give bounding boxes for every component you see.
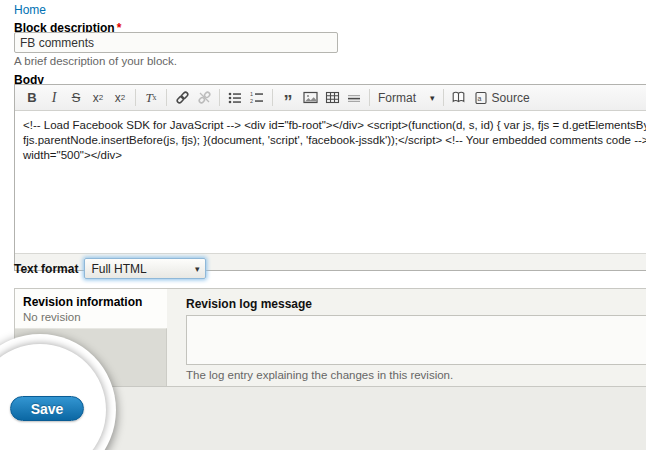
block-description-input[interactable] bbox=[14, 32, 338, 53]
toolbar-separator bbox=[369, 89, 370, 106]
body-code-line: <!-- Load Facebook SDK for JavaScript --… bbox=[23, 118, 646, 133]
chevron-down-icon: ▾ bbox=[195, 264, 200, 274]
editor-toolbar: B I S x2 x2 Tx 12 ” bbox=[15, 85, 646, 111]
strikethrough-icon[interactable]: S bbox=[65, 87, 87, 108]
bulleted-list-icon[interactable] bbox=[224, 87, 246, 108]
revision-log-label: Revision log message bbox=[186, 297, 646, 311]
body-code-line: width="500"></div> bbox=[23, 148, 646, 163]
breadcrumb-home-link[interactable]: Home bbox=[14, 3, 46, 17]
block-edit-page: Home Block description* A brief descript… bbox=[0, 0, 646, 450]
svg-text:2: 2 bbox=[250, 98, 253, 104]
table-icon[interactable] bbox=[321, 87, 343, 108]
revision-fieldset: Revision information No revision Revisio… bbox=[14, 288, 646, 387]
toolbar-separator bbox=[219, 89, 220, 106]
text-format-select[interactable]: Full HTML ▾ bbox=[84, 258, 206, 279]
superscript-icon[interactable]: x2 bbox=[87, 87, 109, 108]
link-icon[interactable] bbox=[171, 87, 193, 108]
body-code-line: fjs.parentNode.insertBefore(js, fjs); }(… bbox=[23, 133, 646, 148]
unlink-icon[interactable] bbox=[193, 87, 215, 108]
format-dropdown[interactable]: Format ▾ bbox=[374, 91, 439, 105]
numbered-list-icon[interactable]: 12 bbox=[246, 87, 268, 108]
toolbar-separator bbox=[272, 89, 273, 106]
revision-summary: No revision bbox=[23, 311, 159, 323]
svg-text:1: 1 bbox=[250, 91, 253, 97]
text-format-label: Text format bbox=[14, 262, 78, 276]
source-button[interactable]: a Source bbox=[470, 91, 534, 105]
block-description-help: A brief description of your block. bbox=[14, 55, 177, 67]
templates-icon[interactable] bbox=[448, 87, 470, 108]
save-button[interactable]: Save bbox=[10, 396, 84, 421]
revision-log-textarea[interactable] bbox=[186, 315, 646, 365]
revision-log-help: The log entry explaining the changes in … bbox=[186, 369, 646, 381]
toolbar-separator bbox=[166, 89, 167, 106]
image-icon[interactable] bbox=[299, 87, 321, 108]
tab-revision-information[interactable]: Revision information No revision bbox=[15, 289, 167, 328]
body-editor: B I S x2 x2 Tx 12 ” bbox=[14, 84, 646, 271]
subscript-icon[interactable]: x2 bbox=[109, 87, 131, 108]
source-icon: a bbox=[474, 91, 488, 105]
italic-icon[interactable]: I bbox=[43, 87, 65, 108]
blockquote-icon[interactable]: ” bbox=[277, 83, 299, 112]
bold-icon[interactable]: B bbox=[21, 87, 43, 108]
horizontal-line-icon[interactable] bbox=[343, 87, 365, 108]
remove-format-icon[interactable]: Tx bbox=[140, 87, 162, 108]
text-format-row: Text format Full HTML ▾ bbox=[14, 258, 206, 279]
revision-pane: Revision log message The log entry expla… bbox=[167, 289, 646, 386]
toolbar-separator bbox=[443, 89, 444, 106]
editor-content-area[interactable]: <!-- Load Facebook SDK for JavaScript --… bbox=[15, 111, 646, 253]
svg-text:a: a bbox=[477, 94, 481, 101]
chevron-down-icon: ▾ bbox=[430, 93, 435, 103]
toolbar-separator bbox=[135, 89, 136, 106]
